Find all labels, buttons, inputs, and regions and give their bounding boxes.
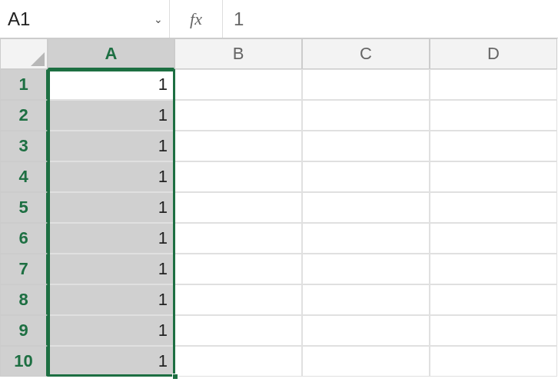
spreadsheet-grid: A B C D 1 1 2 1 3 1 4 1 5 1 <box>0 38 558 377</box>
cell-B4[interactable] <box>174 161 302 192</box>
cell-A6[interactable]: 1 <box>48 223 174 254</box>
formula-input[interactable]: 1 <box>223 0 558 38</box>
cell-B3[interactable] <box>174 131 302 161</box>
col-header-C[interactable]: C <box>302 38 430 69</box>
cell-D7[interactable] <box>430 254 557 284</box>
name-box[interactable]: A1 ⌄ <box>0 4 169 35</box>
cell-A10[interactable]: 1 <box>48 346 174 377</box>
row-header-10[interactable]: 10 <box>0 346 48 377</box>
cell-C10[interactable] <box>302 346 430 377</box>
spreadsheet-grid-wrap: A B C D 1 1 2 1 3 1 4 1 5 1 <box>0 38 558 377</box>
formula-input-value: 1 <box>234 8 244 30</box>
cell-B9[interactable] <box>174 315 302 346</box>
cell-A9[interactable]: 1 <box>48 315 174 346</box>
cell-D1[interactable] <box>430 69 557 100</box>
cell-A2[interactable]: 1 <box>48 100 174 131</box>
row-header-1[interactable]: 1 <box>0 69 48 100</box>
cell-A4[interactable]: 1 <box>48 161 174 192</box>
col-header-D[interactable]: D <box>430 38 557 69</box>
cell-B10[interactable] <box>174 346 302 377</box>
cell-A1[interactable]: 1 <box>48 69 174 100</box>
cell-C3[interactable] <box>302 131 430 161</box>
select-all-corner[interactable] <box>0 38 48 69</box>
row-header-5[interactable]: 5 <box>0 192 48 223</box>
fill-handle[interactable] <box>172 374 178 380</box>
fx-label-text: fx <box>190 9 202 29</box>
col-header-A[interactable]: A <box>48 38 174 69</box>
row-header-3[interactable]: 3 <box>0 131 48 161</box>
chevron-down-icon[interactable]: ⌄ <box>154 13 163 25</box>
cell-D5[interactable] <box>430 192 557 223</box>
row-header-9[interactable]: 9 <box>0 315 48 346</box>
cell-C1[interactable] <box>302 69 430 100</box>
row-header-4[interactable]: 4 <box>0 161 48 192</box>
cell-B1[interactable] <box>174 69 302 100</box>
cell-D8[interactable] <box>430 284 557 315</box>
cell-D6[interactable] <box>430 223 557 254</box>
cell-C8[interactable] <box>302 284 430 315</box>
cell-B6[interactable] <box>174 223 302 254</box>
cell-D9[interactable] <box>430 315 557 346</box>
fx-button[interactable]: fx <box>169 0 223 38</box>
cell-C7[interactable] <box>302 254 430 284</box>
row-header-8[interactable]: 8 <box>0 284 48 315</box>
cell-B8[interactable] <box>174 284 302 315</box>
col-header-B[interactable]: B <box>174 38 302 69</box>
cell-C6[interactable] <box>302 223 430 254</box>
cell-C2[interactable] <box>302 100 430 131</box>
name-box-value: A1 <box>8 8 30 30</box>
cell-A8[interactable]: 1 <box>48 284 174 315</box>
cell-B5[interactable] <box>174 192 302 223</box>
cell-D2[interactable] <box>430 100 557 131</box>
cell-C4[interactable] <box>302 161 430 192</box>
cell-B7[interactable] <box>174 254 302 284</box>
row-header-2[interactable]: 2 <box>0 100 48 131</box>
cell-A5[interactable]: 1 <box>48 192 174 223</box>
cell-D4[interactable] <box>430 161 557 192</box>
row-header-7[interactable]: 7 <box>0 254 48 284</box>
cell-D10[interactable] <box>430 346 557 377</box>
cell-B2[interactable] <box>174 100 302 131</box>
formula-bar: A1 ⌄ fx 1 <box>0 0 558 38</box>
row-header-6[interactable]: 6 <box>0 223 48 254</box>
cell-D3[interactable] <box>430 131 557 161</box>
cell-A7[interactable]: 1 <box>48 254 174 284</box>
cell-C5[interactable] <box>302 192 430 223</box>
cell-A3[interactable]: 1 <box>48 131 174 161</box>
cell-C9[interactable] <box>302 315 430 346</box>
